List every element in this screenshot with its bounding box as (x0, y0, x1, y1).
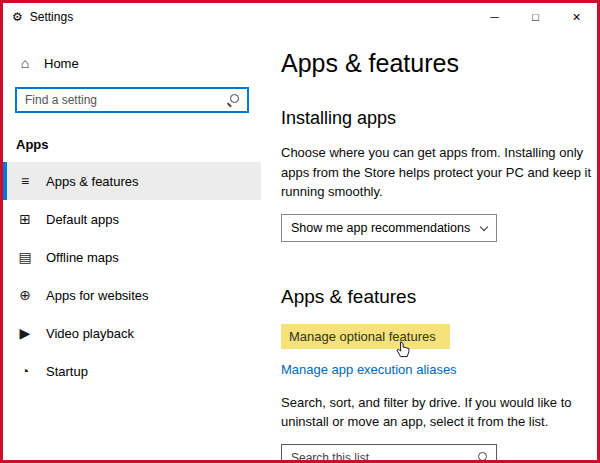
apps-features-icon: ≡ (16, 173, 34, 189)
sidebar-item-startup[interactable]: ◔ Startup (3, 352, 261, 390)
chevron-down-icon (480, 222, 488, 230)
app-list-search-box[interactable] (281, 444, 497, 461)
app-list-search-input[interactable] (291, 451, 475, 461)
search-icon (227, 94, 239, 106)
video-playback-icon: ▶ (16, 325, 34, 341)
home-icon: ⌂ (16, 55, 34, 71)
apps-for-websites-icon: ⊕ (16, 287, 34, 303)
sidebar-item-label: Startup (46, 364, 88, 379)
offline-maps-icon: ▤ (16, 249, 34, 265)
cursor-icon (396, 341, 410, 359)
title-bar: ⚙ Settings ─ □ × (3, 3, 597, 31)
settings-search-box[interactable] (15, 87, 249, 113)
window-controls: ─ □ × (474, 3, 597, 31)
window-title: Settings (30, 10, 73, 24)
minimize-button[interactable]: ─ (474, 3, 515, 31)
sidebar-item-apps-features[interactable]: ≡ Apps & features (3, 162, 261, 200)
apps-features-heading: Apps & features (281, 286, 597, 308)
installing-apps-heading: Installing apps (281, 108, 597, 129)
close-button[interactable]: × (556, 3, 597, 31)
sidebar-item-label: Offline maps (46, 250, 119, 265)
dropdown-selected-value: Show me app recommendations (291, 221, 470, 235)
sidebar-item-label: Default apps (46, 212, 119, 227)
manage-app-execution-aliases-link[interactable]: Manage app execution aliases (281, 362, 457, 377)
page-title: Apps & features (281, 49, 597, 78)
startup-icon: ◔ (16, 363, 34, 379)
sidebar-item-label: Video playback (46, 326, 134, 341)
sidebar-item-offline-maps[interactable]: ▤ Offline maps (3, 238, 261, 276)
sidebar-item-label: Apps & features (46, 174, 139, 189)
sidebar-item-default-apps[interactable]: ⊞ Default apps (3, 200, 261, 238)
search-icon (475, 452, 487, 461)
installing-apps-description: Choose where you can get apps from. Inst… (281, 143, 593, 202)
app-recommendations-dropdown[interactable]: Show me app recommendations (281, 214, 497, 242)
sidebar: ⌂ Home Apps ≡ Apps & features ⊞ Default … (3, 31, 261, 460)
gear-icon: ⚙ (12, 11, 23, 23)
manage-optional-features-link[interactable]: Manage optional features (281, 324, 450, 349)
sidebar-item-label: Apps for websites (46, 288, 149, 303)
maximize-button[interactable]: □ (515, 3, 556, 31)
settings-search-input[interactable] (25, 93, 227, 107)
sidebar-home-label: Home (44, 56, 79, 71)
manage-optional-features-label: Manage optional features (289, 329, 436, 344)
sidebar-item-home[interactable]: ⌂ Home (3, 45, 261, 81)
sidebar-item-video-playback[interactable]: ▶ Video playback (3, 314, 261, 352)
default-apps-icon: ⊞ (16, 211, 34, 227)
sidebar-item-apps-for-websites[interactable]: ⊕ Apps for websites (3, 276, 261, 314)
main-content: Apps & features Installing apps Choose w… (261, 31, 597, 460)
sidebar-section-label: Apps (3, 137, 261, 152)
settings-window: ⚙ Settings ─ □ × ⌂ Home Apps ≡ Apps & fe… (0, 0, 600, 463)
apps-list-description: Search, sort, and filter by drive. If yo… (281, 393, 597, 432)
